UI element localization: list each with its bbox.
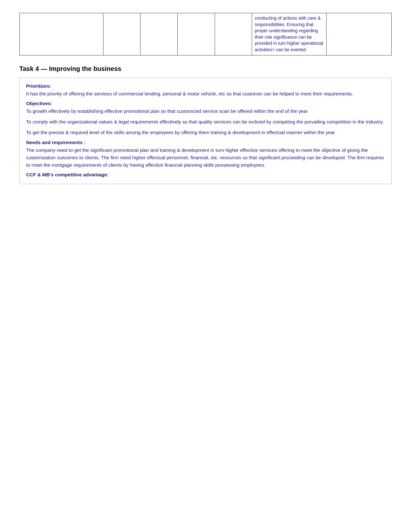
table-cell-7 xyxy=(327,13,392,55)
table-cell-2 xyxy=(103,13,140,55)
table-row: conducting of actions with care & respon… xyxy=(20,13,392,55)
table-cell-6-text: conducting of actions with care & respon… xyxy=(255,15,323,52)
table-cell-3 xyxy=(141,13,178,55)
objectives-label: Objectives: xyxy=(26,101,385,106)
task4-heading: Task 4 — Improving the business xyxy=(19,65,392,73)
table-cell-1 xyxy=(20,13,103,55)
needs-text: The company need to get the significant … xyxy=(26,146,385,169)
prioritizes-text: It has the priority of offering the serv… xyxy=(26,90,385,97)
main-table: conducting of actions with care & respon… xyxy=(19,13,392,55)
table-section: conducting of actions with care & respon… xyxy=(19,13,392,55)
ccf-label: CCF & MB's competitive advantage: xyxy=(26,172,385,177)
objectives-text-2: To comply with the organizational values… xyxy=(26,118,385,125)
table-cell-4 xyxy=(178,13,215,55)
prioritizes-label: Prioritizes: xyxy=(26,83,385,89)
objectives-text-1: To growth effectively by establishing ef… xyxy=(26,107,385,115)
content-box: Prioritizes: It has the priority of offe… xyxy=(19,78,392,184)
objectives-text-3: To get the precise & required level of t… xyxy=(26,129,385,136)
page-wrapper: conducting of actions with care & respon… xyxy=(19,13,392,184)
table-cell-6: conducting of actions with care & respon… xyxy=(252,13,327,55)
needs-label: Needs and requirements : xyxy=(26,140,385,145)
table-cell-5 xyxy=(215,13,252,55)
